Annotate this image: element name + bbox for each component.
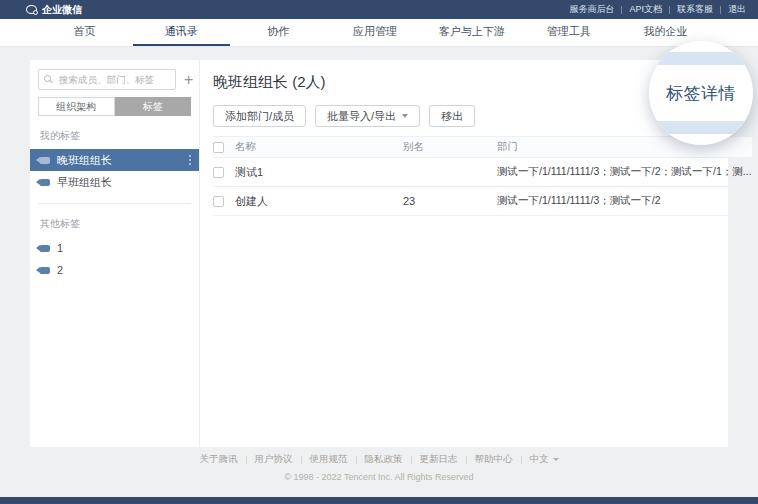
sidebar-item-tag-1[interactable]: 1 (30, 237, 199, 259)
select-all-checkbox[interactable] (213, 142, 224, 153)
remove-button[interactable]: 移出 (429, 105, 475, 127)
cell-name: 创建人 (235, 194, 403, 209)
footer-link-help-center[interactable]: 帮助中心 (475, 453, 513, 466)
search-box (38, 69, 176, 90)
chevron-down-icon (553, 458, 559, 461)
column-header-name: 名称 (235, 140, 403, 154)
chat-bubble-logo-icon (26, 5, 37, 14)
tag-icon (40, 267, 50, 274)
separator (720, 6, 721, 14)
tag-detail-callout-circle: 标签详情 (649, 41, 753, 145)
brand-name: 企业微信 (42, 3, 82, 17)
language-label: 中文 (530, 453, 549, 466)
sidebar-item-night-shift-leader[interactable]: 晚班组组长 (30, 149, 199, 171)
top-link-service-console[interactable]: 服务商后台 (569, 3, 614, 16)
nav-tabs: 首页 通讯录 协作 应用管理 客户与上下游 管理工具 我的企业 (0, 19, 758, 47)
top-link-api-docs[interactable]: API文档 (629, 3, 662, 16)
sidebar-item-label: 晚班组组长 (57, 153, 112, 168)
view-toggle: 组织架构 标签 (38, 97, 191, 116)
separator (621, 6, 622, 14)
tab-app-management[interactable]: 应用管理 (327, 19, 424, 46)
column-header-alias: 别名 (403, 140, 497, 154)
footer-link-changelog[interactable]: 更新日志 (420, 453, 458, 466)
row-checkbox[interactable] (213, 196, 224, 207)
toggle-tags[interactable]: 标签 (115, 97, 192, 116)
top-links: 服务商后台 API文档 联系客服 退出 (569, 3, 746, 16)
button-label: 移出 (441, 109, 463, 124)
table-header: 名称 别名 部门 (213, 136, 752, 158)
tab-contacts[interactable]: 通讯录 (133, 19, 230, 46)
language-selector[interactable]: 中文 (530, 453, 559, 466)
table-row[interactable]: 创建人 23 测试一下/1/111/1111/3；测试一下/2 (213, 187, 752, 216)
tab-admin-tools[interactable]: 管理工具 (520, 19, 617, 46)
row-checkbox-cell (213, 196, 235, 207)
footer-link-about[interactable]: 关于腾讯 (200, 453, 238, 466)
sidebar-item-label: 早班组组长 (57, 175, 112, 190)
add-dept-member-button[interactable]: 添加部门/成员 (213, 105, 306, 127)
batch-import-export-button[interactable]: 批量导入/导出 (315, 105, 420, 127)
separator (246, 456, 247, 464)
top-link-contact-support[interactable]: 联系客服 (677, 3, 713, 16)
sidebar: + 组织架构 标签 我的标签 晚班组组长 早班组组长 其他标签 1 2 (30, 60, 200, 447)
content-panel: + 组织架构 标签 我的标签 晚班组组长 早班组组长 其他标签 1 2 晚班组组… (30, 60, 728, 447)
divider (38, 203, 191, 204)
more-options-icon[interactable] (189, 159, 191, 161)
tab-home[interactable]: 首页 (36, 19, 133, 46)
callout-band-top (649, 52, 753, 65)
section-other-tags-label: 其他标签 (30, 217, 199, 231)
search-row: + (30, 69, 199, 90)
footer-link-usage-rules[interactable]: 使用规范 (310, 453, 348, 466)
sidebar-item-tag-2[interactable]: 2 (30, 259, 199, 281)
tab-collaboration[interactable]: 协作 (230, 19, 327, 46)
sidebar-item-label: 2 (57, 264, 63, 276)
section-my-tags-label: 我的标签 (30, 129, 199, 143)
footer-links: 关于腾讯 用户协议 使用规范 隐私政策 更新日志 帮助中心 中文 (0, 453, 758, 466)
search-icon (44, 75, 51, 82)
brand: 企业微信 (26, 3, 82, 17)
row-checkbox-cell (213, 167, 235, 178)
cell-dept: 测试一下/1/111/1111/3；测试一下/2；测试一下/1；测... (497, 165, 752, 179)
button-label: 批量导入/导出 (327, 109, 396, 124)
separator (521, 456, 522, 464)
top-link-logout[interactable]: 退出 (728, 3, 746, 16)
button-label: 添加部门/成员 (225, 109, 294, 124)
tag-icon (40, 157, 50, 164)
table-row[interactable]: 测试1 测试一下/1/111/1111/3；测试一下/2；测试一下/1；测... (213, 158, 752, 187)
tag-icon (40, 245, 50, 252)
toggle-org-structure[interactable]: 组织架构 (38, 97, 115, 116)
cell-dept: 测试一下/1/111/1111/3；测试一下/2 (497, 194, 752, 208)
members-table: 名称 别名 部门 测试1 测试一下/1/111/1111/3；测试一下/2；测试… (213, 136, 752, 216)
chevron-down-icon (402, 114, 408, 118)
bottom-strip (0, 497, 758, 504)
separator (301, 456, 302, 464)
cell-name: 测试1 (235, 165, 403, 180)
separator (356, 456, 357, 464)
search-input[interactable] (38, 69, 176, 90)
row-checkbox[interactable] (213, 167, 224, 178)
separator (411, 456, 412, 464)
top-bar: 企业微信 服务商后台 API文档 联系客服 退出 (0, 0, 758, 19)
header-checkbox-cell (213, 142, 235, 153)
sidebar-item-label: 1 (57, 242, 63, 254)
copyright-text: © 1998 - 2022 Tencent Inc. All Rights Re… (0, 472, 758, 482)
tab-customers[interactable]: 客户与上下游 (423, 19, 520, 46)
callout-label: 标签详情 (666, 82, 736, 105)
footer: 关于腾讯 用户协议 使用规范 隐私政策 更新日志 帮助中心 中文 © 1998 … (0, 453, 758, 482)
tag-icon (40, 179, 50, 186)
add-tag-button[interactable]: + (184, 72, 193, 88)
cell-alias: 23 (403, 195, 497, 207)
separator (466, 456, 467, 464)
footer-link-privacy[interactable]: 隐私政策 (365, 453, 403, 466)
separator (669, 6, 670, 14)
sidebar-item-morning-shift-leader[interactable]: 早班组组长 (30, 171, 199, 193)
footer-link-user-agreement[interactable]: 用户协议 (255, 453, 293, 466)
